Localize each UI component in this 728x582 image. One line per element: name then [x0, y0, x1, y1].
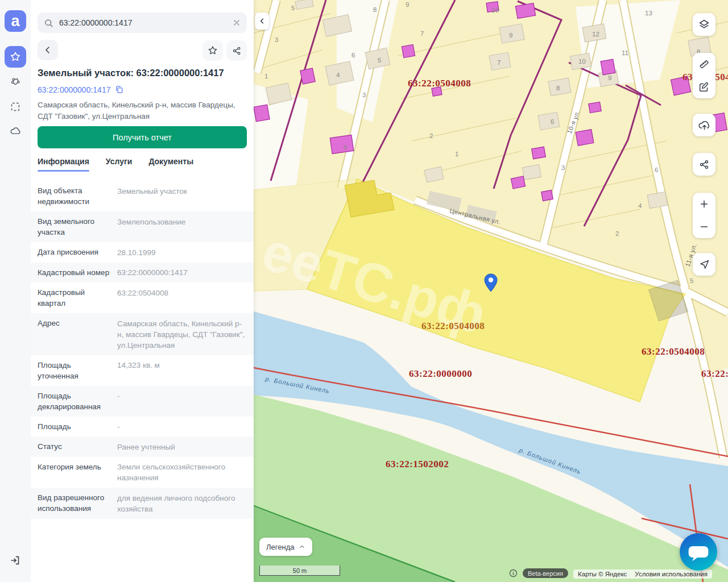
table-row: Вид объекта недвижимостиЗемельный участо… [31, 181, 254, 211]
collapse-panel-button[interactable] [255, 13, 269, 30]
locate-control [693, 253, 715, 276]
parcel-number: 2 [615, 230, 619, 237]
share-control [693, 153, 715, 176]
tab-information[interactable]: Информация [38, 153, 89, 172]
get-report-button[interactable]: Получить отчет [38, 126, 247, 148]
table-row: Площадь декларированная- [31, 386, 254, 417]
table-row: Площадь- [31, 417, 254, 437]
parcel-number: 13 [645, 10, 652, 16]
ruler-icon [698, 58, 710, 70]
share-icon [698, 159, 710, 171]
cadastral-number-link[interactable]: 63:22:0000000:1417 [38, 85, 110, 94]
parcel-number: 5 [291, 5, 295, 11]
quarter-label: 63:22:1502002 [386, 459, 449, 469]
chat-button[interactable] [680, 533, 717, 571]
row-value: - [117, 390, 247, 412]
parcel-number: 5 [378, 57, 381, 64]
row-value: для ведения личного подсобного хозяйства [117, 492, 247, 514]
rail-cloud-button[interactable] [9, 125, 22, 138]
parcel-number: 7 [497, 59, 500, 66]
share-map-button[interactable] [693, 153, 715, 176]
zoom-in-button[interactable] [693, 193, 715, 215]
table-row: Категория земельЗемли сельскохозяйственн… [31, 457, 254, 488]
layers-icon [698, 18, 710, 31]
parcel-number: 10 [578, 58, 586, 65]
tab-documents[interactable]: Документы [148, 153, 193, 172]
star-icon [9, 51, 22, 63]
maps-copyright[interactable]: Карты © Яндекс [578, 571, 627, 577]
cloud-icon [9, 125, 22, 138]
favorite-object-button[interactable] [202, 40, 223, 61]
navigation-arrow-icon [698, 259, 710, 271]
info-button[interactable] [508, 568, 518, 578]
minus-icon [698, 221, 710, 232]
parcel-number: 3 [561, 164, 565, 171]
back-button[interactable] [38, 40, 58, 60]
upload-button[interactable] [693, 114, 715, 136]
share-object-button[interactable] [226, 40, 247, 61]
row-label: Кадастровый квартал [38, 287, 117, 309]
table-row: Вид разрешенного использованиядля ведени… [31, 488, 254, 519]
ruler-button[interactable] [693, 53, 715, 76]
attribution: Карты © Яндекс Условия использования [573, 569, 712, 579]
parcel-number: 10 [491, 7, 499, 14]
rail-polygon-button[interactable] [9, 76, 22, 89]
draw-button[interactable] [693, 76, 715, 98]
page-title: Земельный участок: 63:22:0000000:1417 [38, 68, 248, 78]
row-label: Вид разрешенного использования [38, 492, 117, 514]
quarter-label: 63:22:0000000 [409, 368, 472, 379]
row-value: 63:22:0000000:1417 [117, 267, 247, 278]
table-row: Кадастровый номер63:22:0000000:1417 [31, 263, 254, 283]
parcel-number: 3 [362, 92, 366, 98]
row-label: Площадь уточненная [38, 360, 117, 381]
table-row: СтатусРанее учтенный [31, 436, 254, 457]
row-value: Землепользование [117, 216, 247, 238]
parcel-number: 4 [336, 72, 340, 78]
rail-select-area-button[interactable] [9, 101, 22, 113]
locate-button[interactable] [693, 253, 715, 276]
table-row: Дата присвоения28.10.1999 [31, 242, 254, 263]
chevron-left-icon [258, 17, 266, 25]
row-label: Адрес [38, 318, 117, 351]
row-value: 14,323 кв. м [117, 360, 247, 381]
parcel-number: 8 [556, 85, 560, 92]
exit-icon [9, 554, 22, 567]
info-table: Вид объекта недвижимостиЗемельный участо… [31, 181, 254, 519]
map-canvas[interactable]: ееТС.рф Центральная ул.10-я ул.11-я ул. … [254, 0, 728, 582]
table-row: Кадастровый квартал63:22:0504008 [31, 282, 254, 313]
terms-of-use-link[interactable]: Условия использования [635, 571, 708, 577]
dashed-square-icon [9, 101, 22, 113]
rail-favorites-button[interactable] [5, 46, 26, 68]
zoom-control [693, 193, 715, 238]
row-value: Ранее учтенный [117, 441, 247, 452]
chevron-up-icon [299, 543, 305, 550]
parcel-number: 3 [275, 36, 278, 43]
row-value: - [117, 421, 247, 433]
legend-button[interactable]: Легенда [259, 538, 312, 556]
parcel-number: 1 [264, 73, 268, 80]
parcel-number: 12 [592, 31, 599, 38]
layers-button[interactable] [693, 13, 715, 36]
parcel-number: 9 [608, 74, 611, 81]
row-label: Кадастровый номер [38, 267, 117, 278]
row-value: Самарская область, Кинельский р-н, масси… [117, 318, 247, 351]
search-bar[interactable] [38, 13, 247, 33]
zoom-out-button[interactable] [693, 215, 715, 238]
clear-search-icon[interactable] [232, 18, 241, 27]
rail-exit-button[interactable] [9, 554, 22, 567]
search-icon [43, 18, 54, 28]
app-rail: a [0, 0, 31, 582]
share-icon [231, 45, 242, 56]
copy-icon[interactable] [114, 85, 124, 94]
scale-bar: 50 m [259, 566, 340, 576]
object-address: Самарская область, Кинельский р-н, масси… [38, 99, 243, 122]
parcel-number: 6 [351, 52, 355, 59]
cloud-upload-icon [698, 119, 711, 132]
app-logo[interactable]: a [5, 10, 26, 32]
scale-label: 50 m [293, 567, 307, 574]
row-label: Площадь декларированная [38, 390, 117, 412]
parcel-number: 5 [690, 277, 693, 284]
tab-services[interactable]: Услуги [106, 153, 133, 172]
star-icon [207, 45, 218, 56]
search-input[interactable] [59, 18, 232, 27]
